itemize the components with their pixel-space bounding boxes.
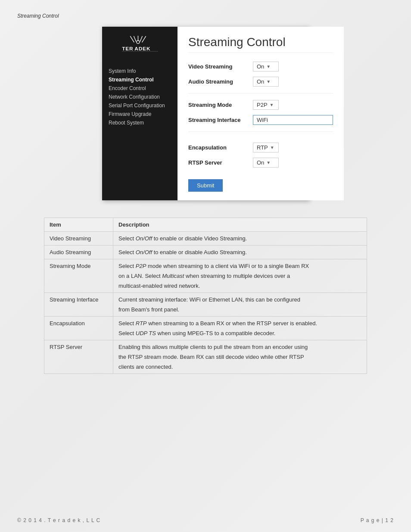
streaming-mode-value: P2P [257, 102, 268, 108]
streaming-mode-select[interactable]: P2P ▼ [253, 100, 279, 110]
encapsulation-row: Encapsulation RTP ▼ [188, 143, 333, 152]
audio-streaming-select[interactable]: On ▼ [253, 77, 279, 87]
table-header-item: Item [44, 218, 113, 232]
panel-title: Streaming Control [188, 35, 333, 53]
streaming-interface-row: Streaming Interface [188, 115, 333, 125]
svg-line-3 [140, 36, 142, 42]
footer-page: P a g e | 1 2 [361, 517, 394, 523]
table-cell-desc: Enabling this allows multiple clients to… [113, 340, 367, 374]
table-cell-desc: Select P2P mode when streaming to a clie… [113, 259, 367, 293]
sidebar-nav: System Info Streaming Control Encoder Co… [109, 67, 171, 127]
encapsulation-select[interactable]: RTP ▼ [253, 143, 279, 152]
table-row: Streaming Mode Select P2P mode when stre… [44, 259, 367, 293]
divider-1 [188, 93, 333, 93]
table-row: RTSP Server Enabling this allows multipl… [44, 340, 367, 374]
sidebar-item-system-info[interactable]: System Info [109, 67, 171, 75]
table-cell-desc: Select On/Off to enable or disable Video… [113, 232, 367, 246]
rtsp-server-arrow: ▼ [266, 160, 271, 165]
sidebar-item-firmware[interactable]: Firmware Upgrade [109, 110, 171, 118]
video-streaming-row: Video Streaming On ▼ [188, 62, 333, 72]
streaming-mode-row: Streaming Mode P2P ▼ [188, 100, 333, 110]
svg-text:TER: TER [122, 46, 133, 52]
description-table: Item Description Video Streaming Select … [44, 218, 367, 374]
sidebar-item-serial-port[interactable]: Serial Port Configuration [109, 101, 171, 110]
table-cell-item: Encapsulation [44, 317, 113, 340]
sidebar-item-encoder-control[interactable]: Encoder Control [109, 84, 171, 93]
table-cell-item: Audio Streaming [44, 246, 113, 259]
table-cell-desc: Select RTP when streaming to a Beam RX o… [113, 317, 367, 340]
table-row: Streaming Interface Current streaming in… [44, 293, 367, 317]
table-header-description: Description [113, 218, 367, 232]
svg-text:ADEK: ADEK [134, 46, 150, 52]
breadcrumb: Streaming Control [17, 13, 394, 19]
encapsulation-label: Encapsulation [188, 144, 253, 151]
streaming-interface-input[interactable] [253, 115, 333, 125]
table-cell-item: Streaming Mode [44, 259, 113, 293]
main-panel: Streaming Control Video Streaming On ▼ A… [177, 27, 344, 200]
table-cell-desc: Select On/Off to enable or disable Audio… [113, 246, 367, 259]
rtsp-server-row: RTSP Server On ▼ [188, 158, 333, 168]
sidebar-logo: TER ADEK [109, 35, 171, 58]
table-row: Video Streaming Select On/Off to enable … [44, 232, 367, 246]
video-streaming-label: Video Streaming [188, 63, 253, 70]
video-streaming-arrow: ▼ [266, 64, 271, 69]
svg-line-0 [130, 36, 134, 43]
table-cell-item: Video Streaming [44, 232, 113, 246]
encapsulation-arrow: ▼ [270, 145, 274, 150]
svg-line-1 [134, 36, 136, 42]
footer-copyright: © 2 0 1 4 . T e r a d e k , L L C [17, 517, 100, 523]
streaming-mode-label: Streaming Mode [188, 102, 253, 108]
table-row: Audio Streaming Select On/Off to enable … [44, 246, 367, 259]
page-footer: © 2 0 1 4 . T e r a d e k , L L C P a g … [17, 517, 394, 523]
sidebar-item-streaming-control[interactable]: Streaming Control [109, 75, 171, 84]
streaming-interface-label: Streaming Interface [188, 117, 253, 123]
encapsulation-value: RTP [257, 144, 268, 151]
divider-2 [188, 131, 333, 132]
audio-streaming-value: On [257, 78, 264, 85]
svg-line-4 [142, 36, 146, 43]
audio-streaming-row: Audio Streaming On ▼ [188, 77, 333, 87]
table-row: Encapsulation Select RTP when streaming … [44, 317, 367, 340]
submit-button[interactable]: Submit [188, 179, 223, 192]
video-streaming-value: On [257, 63, 264, 70]
video-streaming-select[interactable]: On ▼ [253, 62, 279, 72]
table-cell-item: RTSP Server [44, 340, 113, 374]
table-cell-desc: Current streaming interface: WiFi or Eth… [113, 293, 367, 317]
rtsp-server-value: On [257, 159, 264, 166]
rtsp-server-label: RTSP Server [188, 159, 253, 166]
streaming-mode-arrow: ▼ [270, 103, 274, 107]
ui-panel: TER ADEK System Info Streaming Control E… [102, 27, 309, 200]
rtsp-server-select[interactable]: On ▼ [253, 158, 279, 168]
table-cell-item: Streaming Interface [44, 293, 113, 317]
audio-streaming-label: Audio Streaming [188, 78, 253, 85]
sidebar-item-reboot[interactable]: Reboot System [109, 118, 171, 127]
sidebar-item-network-config[interactable]: Network Configuration [109, 93, 171, 101]
audio-streaming-arrow: ▼ [266, 79, 271, 84]
sidebar: TER ADEK System Info Streaming Control E… [102, 27, 177, 200]
